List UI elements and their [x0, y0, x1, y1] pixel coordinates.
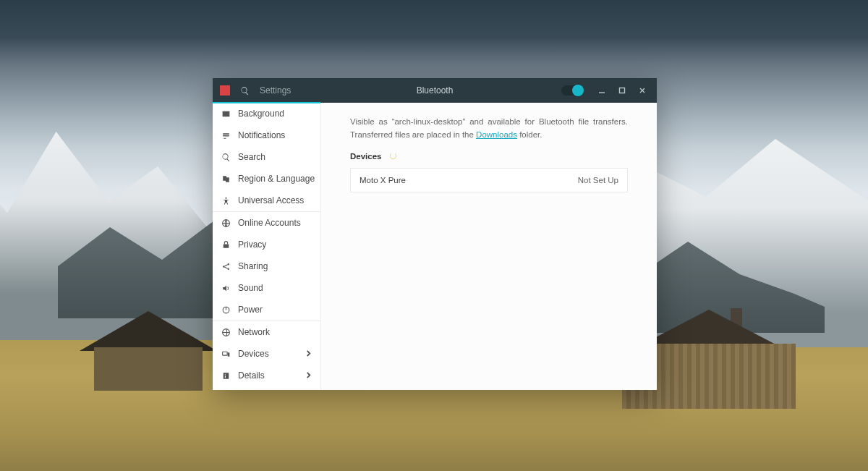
- scanning-spinner-icon: [390, 153, 396, 159]
- sidebar-item-label: Sound: [238, 283, 312, 293]
- sidebar-item-network[interactable]: Network: [213, 321, 320, 343]
- svg-rect-11: [228, 352, 230, 356]
- bluetooth-toggle[interactable]: [561, 85, 583, 96]
- sidebar-item-label: Power: [238, 305, 312, 315]
- devices-icon: [221, 349, 231, 359]
- app-icon: [220, 85, 230, 96]
- svg-rect-4: [224, 244, 229, 247]
- close-button[interactable]: [632, 78, 652, 103]
- search-icon: [221, 153, 231, 162]
- titlebar[interactable]: Settings Bluetooth: [213, 78, 657, 103]
- sidebar-item-devices[interactable]: Devices: [213, 343, 320, 365]
- online-accounts-icon: [221, 218, 231, 228]
- desktop-wallpaper: Settings Bluetooth Background Notificati…: [0, 0, 868, 471]
- background-icon: [221, 109, 231, 119]
- svg-point-2: [225, 197, 226, 198]
- sidebar-item-label: Background: [238, 109, 312, 119]
- svg-rect-13: [225, 374, 226, 375]
- svg-rect-14: [225, 375, 226, 378]
- details-icon: [221, 371, 231, 381]
- devices-heading: Devices: [350, 152, 381, 161]
- sidebar-item-label: Network: [238, 327, 312, 337]
- svg-point-5: [223, 266, 224, 267]
- sidebar-item-privacy[interactable]: Privacy: [213, 234, 320, 255]
- sidebar-item-label: Universal Access: [238, 195, 312, 205]
- sharing-icon: [221, 262, 231, 271]
- device-row[interactable]: Moto X Pure Not Set Up: [351, 169, 627, 192]
- sidebar-item-label: Region & Language: [238, 174, 315, 184]
- sidebar-item-label: Privacy: [238, 239, 312, 250]
- sidebar-item-label: Search: [238, 152, 312, 162]
- svg-point-7: [228, 268, 229, 269]
- bluetooth-description: Visible as “arch-linux-desktop” and avai…: [350, 116, 628, 142]
- device-status: Not Set Up: [578, 176, 618, 184]
- privacy-icon: [221, 240, 231, 250]
- sidebar-item-label: Devices: [238, 349, 298, 359]
- sidebar-item-label: Sharing: [238, 261, 312, 271]
- sidebar-item-universal-access[interactable]: Universal Access: [213, 190, 320, 211]
- desc-text: folder.: [517, 130, 542, 139]
- sidebar-item-region-language[interactable]: Region & Language: [213, 168, 320, 190]
- sidebar-item-label: Online Accounts: [238, 218, 312, 228]
- sidebar-item-sound[interactable]: Sound: [213, 277, 320, 299]
- window-title: Settings: [260, 85, 291, 96]
- minimize-button[interactable]: [592, 78, 612, 103]
- device-name: Moto X Pure: [359, 176, 406, 184]
- svg-rect-10: [223, 352, 228, 355]
- devices-list: Moto X Pure Not Set Up: [350, 168, 628, 192]
- accessibility-icon: [221, 196, 231, 205]
- sidebar-item-background[interactable]: Background: [213, 103, 320, 124]
- sidebar-item-online-accounts[interactable]: Online Accounts: [213, 212, 320, 234]
- downloads-link[interactable]: Downloads: [476, 130, 517, 139]
- chevron-right-icon: [305, 370, 312, 381]
- chevron-right-icon: [305, 349, 312, 359]
- bluetooth-panel: Visible as “arch-linux-desktop” and avai…: [321, 103, 657, 390]
- svg-rect-12: [224, 373, 229, 379]
- sound-icon: [221, 284, 231, 293]
- settings-window: Settings Bluetooth Background Notificati…: [213, 78, 657, 390]
- wallpaper-cabin: [87, 311, 217, 398]
- maximize-button[interactable]: [612, 78, 632, 103]
- svg-rect-1: [223, 111, 230, 116]
- power-icon: [221, 305, 231, 315]
- sidebar-item-label: Notifications: [238, 130, 312, 140]
- sidebar-item-sharing[interactable]: Sharing: [213, 255, 320, 277]
- sidebar-item-label: Details: [238, 370, 298, 381]
- sidebar-item-notifications[interactable]: Notifications: [213, 124, 320, 146]
- sidebar-item-details[interactable]: Details: [213, 365, 320, 386]
- notifications-icon: [221, 131, 231, 140]
- sidebar-item-power[interactable]: Power: [213, 299, 320, 321]
- sidebar-item-search[interactable]: Search: [213, 146, 320, 168]
- settings-sidebar: Background Notifications Search Region &…: [213, 103, 321, 390]
- search-icon[interactable]: [240, 86, 250, 96]
- svg-rect-0: [620, 88, 625, 93]
- network-icon: [221, 328, 231, 337]
- svg-point-6: [228, 263, 229, 265]
- region-icon: [221, 174, 231, 184]
